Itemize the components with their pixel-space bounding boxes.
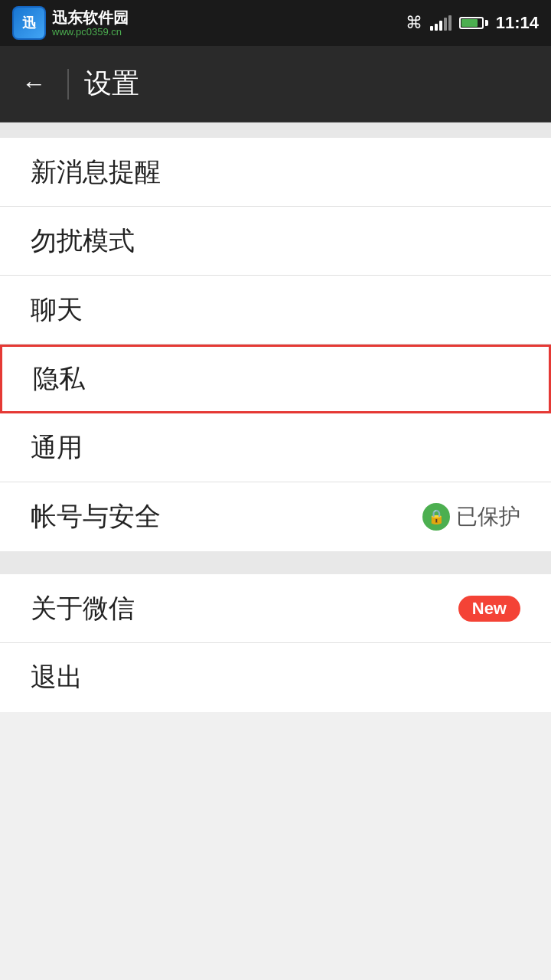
settings-item-dnd[interactable]: 勿扰模式 [0, 207, 551, 276]
lock-circle: 🔒 [422, 503, 450, 531]
logo-inner: 迅 [14, 8, 44, 38]
site-text: 迅东软件园 www.pc0359.cn [52, 9, 129, 38]
status-bar-right: ⌘ 11:14 [406, 13, 539, 33]
signal-icon [430, 15, 452, 31]
settings-item-general[interactable]: 通用 [0, 413, 551, 482]
top-bar: ← 设置 [0, 46, 551, 122]
settings-item-logout[interactable]: 退出 [0, 643, 551, 712]
wifi-icon: ⌘ [406, 13, 422, 33]
settings-item-label-general: 通用 [31, 430, 520, 466]
settings-item-about[interactable]: 关于微信 New [0, 574, 551, 643]
top-bar-divider [67, 69, 69, 100]
site-url: www.pc0359.cn [52, 26, 129, 38]
settings-item-privacy[interactable]: 隐私 [0, 345, 551, 413]
settings-item-label-logout: 退出 [31, 660, 520, 695]
settings-item-label-privacy: 隐私 [33, 361, 518, 397]
bottom-area [0, 712, 551, 919]
protected-text: 已保护 [456, 502, 520, 531]
settings-item-label-account: 帐号与安全 [31, 499, 422, 534]
settings-item-new-msg[interactable]: 新消息提醒 [0, 138, 551, 207]
settings-item-label-new-msg: 新消息提醒 [31, 155, 520, 190]
battery-icon [459, 17, 488, 29]
settings-list-group1: 新消息提醒 勿扰模式 聊天 隐私 通用 帐号与安全 🔒 已保护 [0, 138, 551, 551]
settings-item-label-about: 关于微信 [31, 591, 446, 626]
settings-item-label-chat: 聊天 [31, 292, 520, 328]
settings-item-chat[interactable]: 聊天 [0, 276, 551, 345]
section-break [0, 551, 551, 574]
settings-item-label-dnd: 勿扰模式 [31, 224, 520, 259]
account-right: 🔒 已保护 [422, 502, 520, 531]
settings-item-account[interactable]: 帐号与安全 🔒 已保护 [0, 482, 551, 551]
status-bar: 迅 迅东软件园 www.pc0359.cn ⌘ 11:14 [0, 0, 551, 46]
app-logo: 迅 [12, 6, 46, 40]
status-time: 11:14 [496, 13, 539, 33]
back-button[interactable]: ← [15, 64, 52, 104]
site-name: 迅东软件园 [52, 9, 129, 26]
lock-icon: 🔒 [428, 508, 445, 525]
settings-list-group2: 关于微信 New 退出 [0, 574, 551, 712]
status-bar-left: 迅 迅东软件园 www.pc0359.cn [12, 6, 129, 40]
protected-badge: 🔒 已保护 [422, 502, 520, 531]
new-badge: New [458, 596, 520, 622]
page-title: 设置 [84, 65, 139, 103]
top-section-sep [0, 122, 551, 138]
